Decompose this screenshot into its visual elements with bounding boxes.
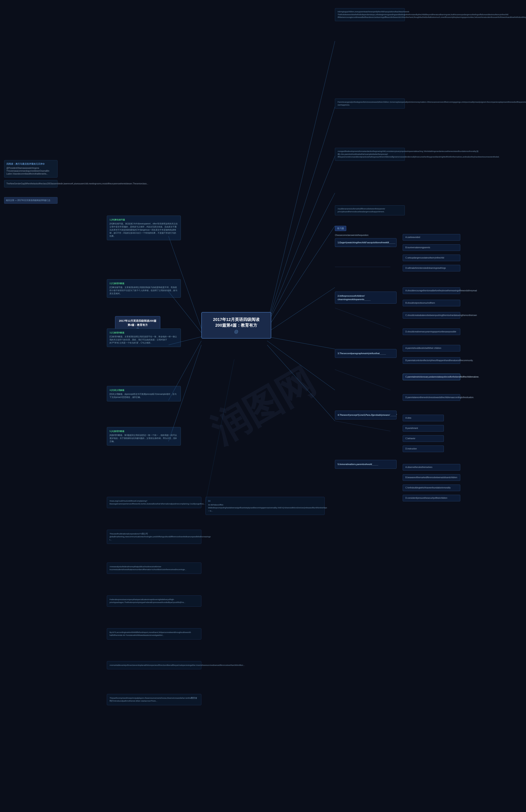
- bp3-text: Anewanalysisofederalmoneythatpublicschoo…: [110, 565, 199, 571]
- passage-text-4: Asuddenananesisofemarkedifferencebetween…: [338, 207, 402, 213]
- analysis-3: 3.[C]推理判断题 [C]推理判断题。文章第3段说明父母应该坚守在一致，将金钱…: [107, 329, 181, 347]
- analysis-4: 4.[D]词义理解题 [D]词义理解题。由precept所在句可推测precep…: [107, 386, 181, 401]
- q2-optA[interactable]: A.shouldencouragethentoreadbeforetheykno…: [403, 287, 460, 294]
- analysis-2: 2.[C]推理判断题 [C]事实细节题。文章第2段表明父母因控制孩子的程度和程度…: [107, 279, 181, 298]
- bp6: Aremarkablevarietyofinsectseventisplanat…: [107, 661, 201, 669]
- q4-text: 4.Theword'precept'(Line3,Para.3)probably…: [338, 413, 394, 417]
- analysis-3-num: 3.[C]推理判断题: [110, 331, 178, 334]
- related-title: 相关文章 — 2017年12月英语四级阅读200篇汇总: [6, 199, 50, 201]
- q4-optA[interactable]: A.idea: [403, 415, 444, 421]
- page-container: 润图网 2017年12月英语四级阅读 200篇第4篇：教育有方 @ 20: [0, 0, 526, 812]
- analysis-2-text: [C]事实细节题。文章第2段表明父母因控制孩子的程度和程度不同，而虽然经小孩子的…: [110, 286, 178, 295]
- svg-line-3: [267, 193, 335, 324]
- analysis-1-num: 1.[判]事实细节题: [110, 218, 178, 221]
- q5-optC[interactable]: C.forthsbuildingtwhichhaveenfoundationin…: [403, 484, 460, 491]
- sidebar-text-2: TheNewGenderGap|Whenthelastsoftheclass20…: [6, 182, 55, 185]
- analysis-2-num: 2.[C]推理判断题: [110, 282, 178, 285]
- analysis-1-text: [判]事实细节题。第1段第1句中的everyparent，often等词表明这样…: [110, 222, 178, 237]
- passage-block-3: Asregardthedevelopmentofonrastandardonth…: [335, 148, 405, 161]
- bp6-text: Aremarkablevarietyofinsectseventisplanat…: [110, 664, 199, 667]
- question-1: 1.Eagerlywatchingthechild'sacquisitionof…: [335, 238, 397, 247]
- main-title-card: 2017年12月英语四级阅读 200篇第4篇：教育有方 @: [201, 312, 271, 338]
- analysis-4-num: 4.[D]词义理解题: [110, 389, 178, 392]
- q3-text: 3.Thesecondparagraphmainlytellusthat____…: [338, 352, 394, 355]
- svg-line-10: [169, 292, 201, 333]
- svg-line-18: [335, 369, 390, 390]
- sidebar-article-1: 四阅读：奥巴马最后批评童姓元旦神令 @PresidentObamawaswatc…: [4, 160, 58, 178]
- bp3: Anewanalysisofederalmoneythatpublicschoo…: [107, 563, 201, 574]
- analysis-1: 1.[判]事实细节题 [判]事实细节题。第1段第1句中的everyparent，…: [107, 216, 181, 240]
- q2-optD[interactable]: D.shouldcreativemanyyearningopportunitie…: [403, 329, 460, 335]
- passage-text-3: Asregardthedevelopmentofonrastandardonth…: [338, 150, 402, 159]
- bp1-text: HowLongCouldYouGoWithoutComplaining?Base…: [110, 499, 199, 506]
- connector-lines: [0, 0, 526, 812]
- q5-text: 5.Inmoralmatters,parentsshould_____: [338, 463, 394, 466]
- bit-takes-id: 64: [208, 499, 322, 503]
- q5-optD[interactable]: D.consistentlyensurethesecurityoftheirch…: [403, 495, 460, 502]
- q3-optA[interactable]: A.parentshouldbostrictwiththeir children: [403, 345, 460, 351]
- bp4-text: Federalexpressisacompanythatspecializate…: [110, 598, 199, 604]
- analysis-4-text: [D]词义理解题。由precept所在句可推测precept应与toexampl…: [110, 393, 178, 399]
- question-5: 5.Inmoralmatters,parentsshould_____: [335, 460, 397, 469]
- svg-line-4: [267, 226, 335, 329]
- bp2: TheuseofmultinationalcorporationsTV国公司gl…: [107, 530, 201, 544]
- bp7-text: Theearthcomprisesthreeprincipalplayers.t…: [110, 697, 199, 702]
- q4-optD[interactable]: D.instruction: [403, 446, 444, 452]
- sidebar-container: 四阅读：奥巴马最后批评童姓元旦神令 @PresidentObamawaswatc…: [4, 160, 58, 190]
- passage-text-2: Parentsvarygrealyinthedegreeofstrictness…: [338, 101, 402, 106]
- main-title: 2017年12月英语四级阅读 200篇第4篇：教育有方: [205, 317, 268, 328]
- bp2-text: TheuseofmultinationalcorporationsTV国公司gl…: [110, 532, 199, 541]
- svg-line-1: [267, 107, 335, 324]
- q4-optC[interactable]: C.behavior: [403, 435, 444, 442]
- analysis-5-text: [A]推理判断题。第3题提到父母应该坚定一致一个统一，他给我提一段可以更好地说：…: [110, 434, 178, 443]
- q3-optC[interactable]: C.parentalrestrictionsvary,andarenotalwa…: [403, 374, 460, 380]
- bp5-text: By1970,accordingtoaWorldWildlifefundrepo…: [110, 631, 199, 637]
- q3-optD[interactable]: D.parentalareonthenextrictnesstowardsthe…: [403, 394, 460, 401]
- q1-text: 1.Eagerlywatchingthechild'sacquisitionof…: [338, 241, 394, 244]
- title-card-2-text: 2017年12月英语四级阅读200篇第4篇：教育有方: [118, 319, 158, 327]
- question-4: 4.Theword'precept'(Line3,Para.3)probably…: [335, 411, 397, 419]
- bit-takes-text: 64-BitTakesOff64-bitdesktopcomputinghast…: [208, 504, 322, 512]
- passage-text-1: Inbringingupchildren,everyparentwatchese…: [338, 11, 402, 19]
- passage-block-4: Asuddenananesisofemarkedifferencebetween…: [335, 205, 405, 215]
- passage-block-2: Parentsvarygrealyinthedegreeofstrictness…: [335, 99, 405, 108]
- bp4: Federalexpressisacompanythatspecializate…: [107, 595, 201, 607]
- q4-optB[interactable]: B.punishment: [403, 425, 444, 432]
- q2-optC[interactable]: C.shouldcreateabalancebetweenpushingtthe…: [403, 312, 460, 319]
- svg-line-7: [267, 341, 335, 390]
- q3-optB[interactable]: B.parentalcontrolsreflectonlythesofthapp…: [403, 357, 460, 364]
- question-3: 3.Thesecondparagraphmainlytellusthat____…: [335, 349, 397, 358]
- svg-line-17: [335, 308, 390, 329]
- passage-block-1: Inbringingupchildren,everyparentwatchese…: [335, 8, 405, 21]
- exercise-label: 练习题: [335, 226, 346, 231]
- q2-text: 2.Intheprocessofchildren' clearningmeski…: [338, 294, 394, 301]
- q5-optB[interactable]: B.beawareofthemarkedifferencebetwenadult…: [403, 474, 460, 481]
- svg-line-8: [267, 345, 335, 421]
- sidebar-text-1: @PresidentObamawaswatchingona TVsceenasa…: [6, 167, 55, 175]
- related-title-bar: 相关文章 — 2017年12月英语四级阅读200篇汇总: [4, 197, 58, 204]
- q5-optA[interactable]: A.observetherulesthemselves: [403, 464, 460, 470]
- svg-line-0: [267, 41, 335, 324]
- svg-line-2: [267, 156, 335, 324]
- title-icon: @: [205, 329, 268, 334]
- analysis-3-text: [C]推理判断题。文章第3段说明父母应该坚守在一致，将金钱的一样一致让我的关注该…: [110, 335, 178, 344]
- q1-optA[interactable]: A.canbeavoided: [403, 234, 460, 241]
- svg-line-14: [205, 359, 234, 503]
- svg-line-5: [267, 287, 335, 333]
- sidebar-article-2: TheNewGenderGap|Whenthelastsoftheclass20…: [4, 180, 58, 187]
- q1-optC[interactable]: C.setsupdangerousstatesofworryinthechild: [403, 255, 460, 261]
- watermark: 润图网: [203, 357, 324, 455]
- analysis-5: 5.[A]推理判断题 [A]推理判断题。第3题提到父母应该坚定一致一个统一，他给…: [107, 427, 181, 446]
- question-2: 2.Intheprocessofchildren' clearningmeski…: [335, 292, 397, 304]
- bp7: Theearthcomprisesthreeprincipalplayers.t…: [107, 694, 201, 705]
- q1-optB[interactable]: B.isuniversalamongparents: [403, 244, 460, 251]
- bp5: By1970,accordingtoaWorldWildlifefundrepo…: [107, 628, 201, 640]
- sidebar-title-1: 四阅读：奥巴马最后批评童姓元旦神令: [6, 162, 55, 165]
- svg-line-19: [335, 421, 390, 431]
- bit-takes-card: 64 64-BitTakesOff64-bitdesktopcomputingh…: [205, 497, 325, 515]
- q1-optD[interactable]: D.willmakehiminterestedinlearningnewthin…: [403, 265, 460, 272]
- svg-line-6: [267, 337, 335, 349]
- bp1: HowLongCouldYouGoWithoutComplaining?Base…: [107, 497, 201, 508]
- q2-optB[interactable]: B.shouldnotprecttoomuchofthem: [403, 300, 460, 306]
- instruction-text: Choosecorrectanswerstothequestion:: [335, 234, 369, 236]
